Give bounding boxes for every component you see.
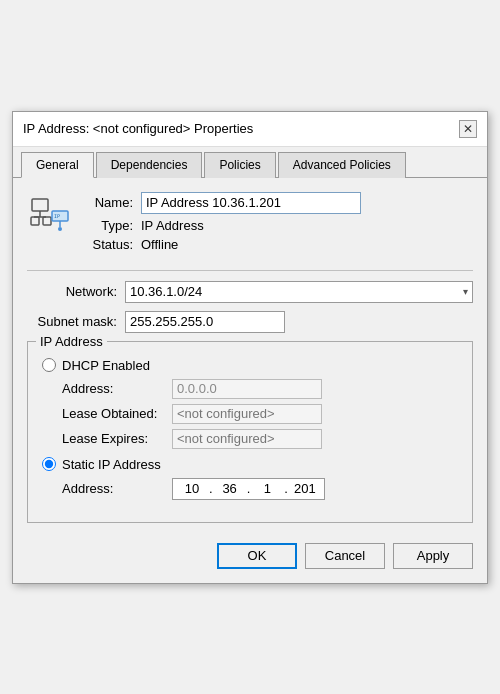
static-address-label: Address: [62, 481, 172, 496]
svg-point-8 [58, 227, 62, 231]
tab-content: IP Name: Type: IP Address Status: Offlin… [13, 178, 487, 533]
subnet-input[interactable] [125, 311, 285, 333]
dhcp-fields: Address: Lease Obtained: Lease Expires: [62, 379, 458, 449]
svg-rect-4 [43, 217, 51, 225]
static-address-row: Address: . . . [62, 478, 458, 500]
dialog-window: IP Address: <not configured> Properties … [12, 111, 488, 584]
ip-address-icon: IP [30, 197, 70, 237]
ip-dot-3: . [282, 481, 290, 496]
static-label: Static IP Address [62, 457, 161, 472]
name-row: Name: [73, 192, 473, 214]
type-label: Type: [73, 218, 133, 233]
network-dropdown-value: 10.36.1.0/24 [130, 284, 202, 299]
title-bar: IP Address: <not configured> Properties … [13, 112, 487, 147]
tab-general[interactable]: General [21, 152, 94, 178]
close-button[interactable]: ✕ [459, 120, 477, 138]
window-title: IP Address: <not configured> Properties [23, 121, 253, 136]
button-bar: OK Cancel Apply [13, 533, 487, 583]
tab-policies[interactable]: Policies [204, 152, 275, 178]
status-label: Status: [73, 237, 133, 252]
tab-dependencies[interactable]: Dependencies [96, 152, 203, 178]
static-ip-input-group: . . . [172, 478, 325, 500]
dhcp-section: DHCP Enabled Address: Lease Obtained: Le… [42, 358, 458, 500]
static-fields: Address: . . . [62, 478, 458, 500]
ip-dot-2: . [245, 481, 253, 496]
tab-bar: General Dependencies Policies Advanced P… [13, 147, 487, 178]
type-value: IP Address [141, 218, 204, 233]
lease-expires-label: Lease Expires: [62, 431, 172, 446]
lease-obtained-label: Lease Obtained: [62, 406, 172, 421]
ip-dot-1: . [207, 481, 215, 496]
name-label: Name: [73, 195, 133, 210]
info-fields: Name: Type: IP Address Status: Offline [73, 192, 473, 256]
dhcp-address-input[interactable] [172, 379, 322, 399]
lease-obtained-row: Lease Obtained: [62, 404, 458, 424]
static-radio-row: Static IP Address [42, 457, 458, 472]
dhcp-address-row: Address: [62, 379, 458, 399]
network-dropdown[interactable]: 10.36.1.0/24 ▾ [125, 281, 473, 303]
svg-rect-0 [32, 199, 48, 211]
lease-obtained-input[interactable] [172, 404, 322, 424]
network-label: Network: [27, 284, 117, 299]
svg-text:IP: IP [54, 213, 60, 219]
ip-octet-4[interactable] [290, 481, 320, 496]
divider [27, 270, 473, 271]
name-input[interactable] [141, 192, 361, 214]
lease-expires-input[interactable] [172, 429, 322, 449]
dhcp-label: DHCP Enabled [62, 358, 150, 373]
dropdown-arrow-icon: ▾ [463, 286, 468, 297]
info-section: IP Name: Type: IP Address Status: Offlin… [27, 192, 473, 256]
status-row: Status: Offline [73, 237, 473, 252]
svg-rect-3 [31, 217, 39, 225]
ip-octet-1[interactable] [177, 481, 207, 496]
dhcp-radio[interactable] [42, 358, 56, 372]
subnet-label: Subnet mask: [27, 314, 117, 329]
lease-expires-row: Lease Expires: [62, 429, 458, 449]
apply-button[interactable]: Apply [393, 543, 473, 569]
tab-advanced-policies[interactable]: Advanced Policies [278, 152, 406, 178]
static-radio[interactable] [42, 457, 56, 471]
network-row: Network: 10.36.1.0/24 ▾ [27, 281, 473, 303]
ip-octet-2[interactable] [215, 481, 245, 496]
dhcp-radio-row: DHCP Enabled [42, 358, 458, 373]
type-row: Type: IP Address [73, 218, 473, 233]
status-value: Offline [141, 237, 178, 252]
subnet-row: Subnet mask: [27, 311, 473, 333]
ip-address-group: IP Address DHCP Enabled Address: Lease O… [27, 341, 473, 523]
resource-icon: IP [27, 194, 73, 240]
dhcp-address-label: Address: [62, 381, 172, 396]
ip-group-title: IP Address [36, 334, 107, 349]
ok-button[interactable]: OK [217, 543, 297, 569]
ip-octet-3[interactable] [252, 481, 282, 496]
cancel-button[interactable]: Cancel [305, 543, 385, 569]
